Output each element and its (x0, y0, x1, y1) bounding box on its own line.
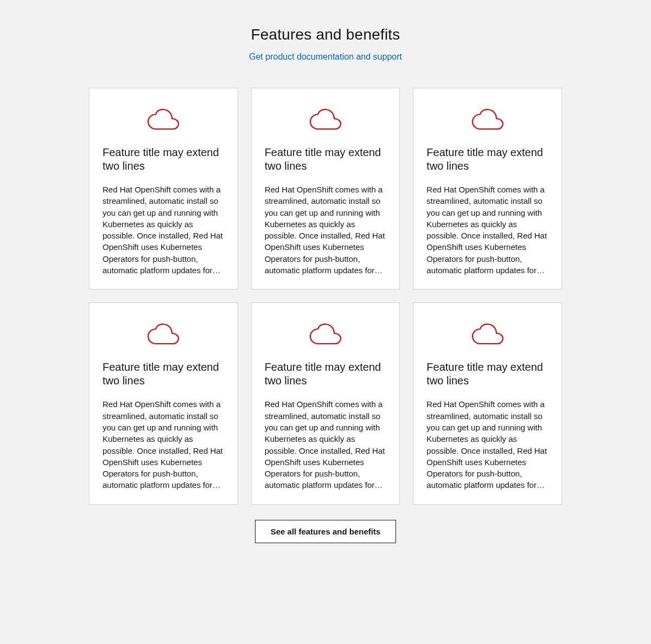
feature-card: Feature title may extend two lines Red H… (251, 302, 400, 504)
feature-card-title: Feature title may extend two lines (426, 360, 548, 388)
feature-card-body: Red Hat OpenShift comes with a streamlin… (103, 398, 225, 491)
section-title: Features and benefits (251, 26, 400, 43)
feature-card: Feature title may extend two lines Red H… (89, 88, 238, 289)
feature-card-title: Feature title may extend two lines (265, 146, 387, 173)
feature-card-body: Red Hat OpenShift comes with a streamlin… (426, 398, 548, 491)
feature-cards-grid: Feature title may extend two lines Red H… (89, 88, 562, 505)
documentation-link[interactable]: Get product documentation and support (249, 52, 402, 62)
cloud-icon (265, 316, 387, 354)
feature-card-body: Red Hat OpenShift comes with a streamlin… (426, 184, 548, 276)
cloud-icon (265, 101, 387, 139)
feature-card: Feature title may extend two lines Red H… (251, 88, 400, 289)
cloud-icon (103, 316, 225, 354)
features-section: Features and benefits Get product docume… (26, 26, 625, 543)
feature-card-title: Feature title may extend two lines (265, 360, 387, 388)
feature-card: Feature title may extend two lines Red H… (89, 302, 238, 504)
feature-card-body: Red Hat OpenShift comes with a streamlin… (265, 184, 387, 276)
see-all-features-button[interactable]: See all features and benefits (255, 520, 397, 543)
feature-card-body: Red Hat OpenShift comes with a streamlin… (103, 184, 225, 276)
feature-card: Feature title may extend two lines Red H… (413, 88, 562, 289)
feature-card-title: Feature title may extend two lines (103, 360, 225, 388)
feature-card-body: Red Hat OpenShift comes with a streamlin… (265, 398, 387, 491)
feature-card-title: Feature title may extend two lines (103, 146, 225, 173)
cloud-icon (426, 101, 548, 139)
cloud-icon (103, 101, 225, 139)
feature-card: Feature title may extend two lines Red H… (413, 302, 562, 504)
feature-card-title: Feature title may extend two lines (426, 146, 548, 173)
cloud-icon (426, 316, 548, 354)
